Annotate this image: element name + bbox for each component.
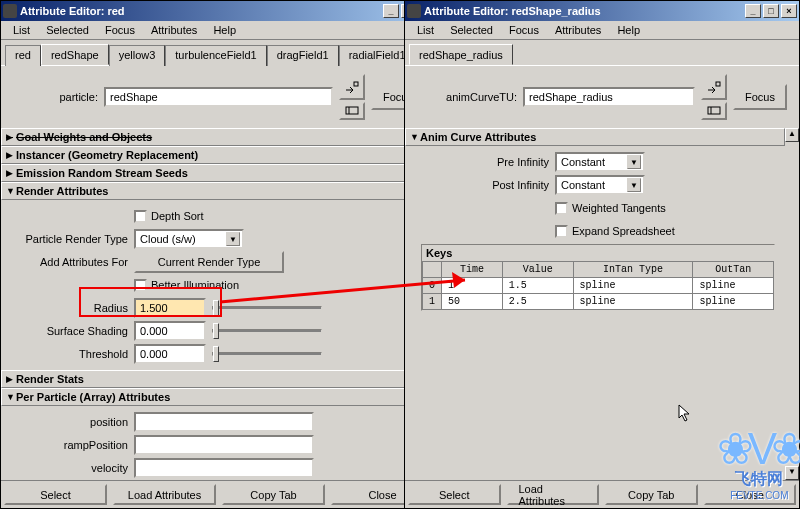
pre-infinity-label: Pre Infinity: [415, 156, 555, 168]
minimize-button[interactable]: _: [383, 4, 399, 18]
copy-tab-button[interactable]: Copy Tab: [605, 484, 698, 505]
load-attributes-button[interactable]: Load Attributes: [507, 484, 600, 505]
slider-thumb[interactable]: [213, 300, 219, 316]
close-button[interactable]: ×: [781, 4, 797, 18]
select-icon: [345, 81, 359, 93]
current-render-type-button[interactable]: Current Render Type: [134, 251, 284, 273]
slider-thumb[interactable]: [213, 346, 219, 362]
section-instancer[interactable]: ▶Instancer (Geometry Replacement): [1, 146, 423, 164]
section-render-stats[interactable]: ▶Render Stats: [1, 370, 423, 388]
select-button[interactable]: Select: [408, 484, 501, 505]
particle-input[interactable]: [104, 87, 333, 107]
depth-sort-checkbox[interactable]: [134, 210, 147, 223]
menu-attributes[interactable]: Attributes: [547, 22, 609, 38]
section-per-particle[interactable]: ▼Per Particle (Array) Attributes: [1, 388, 423, 406]
svg-rect-0: [354, 82, 358, 86]
col-time[interactable]: Time: [442, 262, 503, 278]
menu-list[interactable]: List: [5, 22, 38, 38]
menu-help[interactable]: Help: [609, 22, 648, 38]
menu-list[interactable]: List: [409, 22, 442, 38]
chevron-down-icon: ▼: [226, 232, 240, 246]
particle-label: particle:: [13, 91, 98, 103]
post-infinity-label: Post Infinity: [415, 179, 555, 191]
menu-selected[interactable]: Selected: [38, 22, 97, 38]
scrollbar[interactable]: ▲ ▼: [785, 128, 799, 480]
scroll-down-icon[interactable]: ▼: [785, 466, 799, 480]
app-icon: [407, 4, 421, 18]
pp-position-input[interactable]: [134, 412, 314, 432]
chevron-down-icon: ▼: [627, 155, 641, 169]
close-button-bottom[interactable]: Close: [704, 484, 797, 505]
expand-spreadsheet-checkbox[interactable]: [555, 225, 568, 238]
chevron-down-icon: ▼: [627, 178, 641, 192]
tab-drag[interactable]: dragField1: [267, 45, 339, 66]
col-outtan[interactable]: OutTan: [693, 262, 774, 278]
animcurve-input[interactable]: [523, 87, 695, 107]
scroll-up-icon[interactable]: ▲: [785, 128, 799, 142]
threshold-slider[interactable]: [212, 352, 322, 356]
select-node-button[interactable]: [701, 74, 727, 100]
presets-button[interactable]: [701, 102, 727, 120]
window-title: Attribute Editor: red: [20, 5, 381, 17]
animcurve-label: animCurveTU:: [417, 91, 517, 103]
menu-selected[interactable]: Selected: [442, 22, 501, 38]
table-row[interactable]: 0 1 1.5 spline spline: [423, 278, 774, 294]
section-emission[interactable]: ▶Emission Random Stream Seeds: [1, 164, 423, 182]
table-row[interactable]: 1 50 2.5 spline spline: [423, 294, 774, 310]
surface-shading-slider[interactable]: [212, 329, 322, 333]
copy-tab-button[interactable]: Copy Tab: [222, 484, 325, 505]
section-anim-curve[interactable]: ▼Anim Curve Attributes: [405, 128, 785, 146]
app-icon: [3, 4, 17, 18]
prt-label: Particle Render Type: [19, 233, 134, 245]
presets-icon: [345, 106, 359, 116]
tab-turbulence[interactable]: turbulenceField1: [165, 45, 266, 66]
tab-radius[interactable]: redShape_radius: [409, 44, 513, 65]
minimize-button[interactable]: _: [745, 4, 761, 18]
select-button[interactable]: Select: [4, 484, 107, 505]
menu-help[interactable]: Help: [205, 22, 244, 38]
node-row: animCurveTU: Focus: [405, 66, 799, 128]
threshold-label: Threshold: [19, 348, 134, 360]
maximize-button[interactable]: □: [763, 4, 779, 18]
particle-render-type-dropdown[interactable]: Cloud (s/w)▼: [134, 229, 244, 249]
keys-table: Time Value InTan Type OutTan 0 1 1.5 spl…: [422, 261, 774, 310]
render-attributes-body: Depth Sort Particle Render Type Cloud (s…: [1, 200, 423, 370]
pp-ramppos-input[interactable]: [134, 435, 314, 455]
col-idx[interactable]: [423, 262, 442, 278]
tab-red[interactable]: red: [5, 45, 41, 66]
tabstrip: redShape_radius: [405, 40, 799, 66]
node-row: particle: Focus: [1, 66, 437, 128]
titlebar[interactable]: Attribute Editor: red _ □ ×: [1, 1, 437, 21]
section-render-attributes[interactable]: ▼Render Attributes: [1, 182, 423, 200]
menu-focus[interactable]: Focus: [501, 22, 547, 38]
col-intan[interactable]: InTan Type: [573, 262, 693, 278]
section-goal[interactable]: ▶Goal Weights and Objects: [1, 128, 423, 146]
surface-shading-input[interactable]: [134, 321, 206, 341]
focus-button[interactable]: Focus: [733, 84, 787, 110]
slider-thumb[interactable]: [213, 323, 219, 339]
anim-curve-body: Pre Infinity Constant▼ Post Infinity Con…: [405, 146, 785, 317]
depth-sort-label: Depth Sort: [151, 210, 204, 222]
select-node-button[interactable]: [339, 74, 365, 100]
expand-spreadsheet-label: Expand Spreadsheet: [572, 225, 675, 237]
post-infinity-dropdown[interactable]: Constant▼: [555, 175, 645, 195]
presets-button[interactable]: [339, 102, 365, 120]
col-value[interactable]: Value: [502, 262, 573, 278]
titlebar[interactable]: Attribute Editor: redShape_radius _ □ ×: [405, 1, 799, 21]
keys-section: Keys Time Value InTan Type OutTan 0 1: [421, 244, 775, 311]
better-illum-checkbox[interactable]: [134, 279, 147, 292]
threshold-input[interactable]: [134, 344, 206, 364]
tab-yellow3[interactable]: yellow3: [109, 45, 166, 66]
menu-focus[interactable]: Focus: [97, 22, 143, 38]
load-attributes-button[interactable]: Load Attributes: [113, 484, 216, 505]
svg-rect-1: [346, 107, 358, 114]
weighted-tangents-label: Weighted Tangents: [572, 202, 666, 214]
radius-slider[interactable]: [212, 306, 322, 310]
weighted-tangents-checkbox[interactable]: [555, 202, 568, 215]
pre-infinity-dropdown[interactable]: Constant▼: [555, 152, 645, 172]
menu-attributes[interactable]: Attributes: [143, 22, 205, 38]
pp-velocity-input[interactable]: [134, 458, 314, 478]
select-icon: [707, 81, 721, 93]
radius-input[interactable]: [134, 298, 206, 318]
tab-redshape[interactable]: redShape: [41, 44, 109, 65]
